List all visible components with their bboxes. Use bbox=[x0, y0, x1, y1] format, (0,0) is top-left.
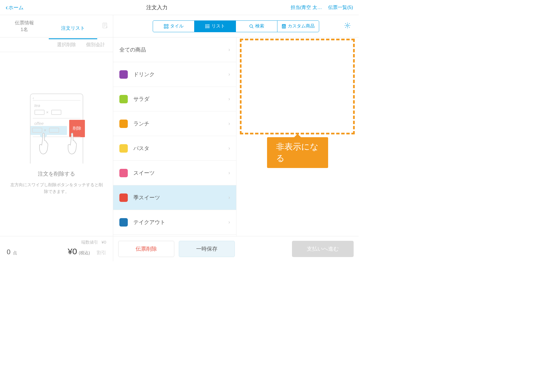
discount-button[interactable]: 割引 bbox=[97, 249, 106, 256]
category-swatch bbox=[119, 169, 128, 177]
svg-point-12 bbox=[283, 26, 283, 27]
staff-link[interactable]: 担当(青空 太… bbox=[291, 4, 322, 11]
sidebar-footer: 端数値引 ¥0 0 点 ¥0 (税込) 割引 bbox=[0, 236, 113, 261]
hint-title: 注文を削除する bbox=[38, 170, 75, 178]
svg-point-14 bbox=[284, 26, 285, 27]
list-icon bbox=[205, 24, 210, 29]
hint-description: 左方向にスワイプし削除ボタンをタッチすると削除できます。 bbox=[8, 181, 105, 195]
action-select-delete[interactable]: 選択削除 bbox=[57, 41, 76, 48]
detail-area: 非表示になる bbox=[236, 38, 359, 236]
page-title: 注文入力 bbox=[146, 4, 168, 11]
svg-rect-3 bbox=[167, 24, 168, 26]
back-button[interactable]: ‹ ホーム bbox=[6, 4, 24, 11]
category-label: ランチ bbox=[133, 120, 228, 127]
chevron-right-icon: › bbox=[228, 96, 230, 102]
category-item[interactable]: ランチ› bbox=[113, 111, 236, 136]
rounding-label: 端数値引 bbox=[81, 240, 98, 245]
main-panel: タイル リスト 検索 カスタム商品 bbox=[113, 15, 359, 261]
chevron-right-icon: › bbox=[228, 121, 230, 127]
tab-order-list[interactable]: 注文リスト bbox=[49, 21, 98, 39]
category-swatch bbox=[119, 193, 128, 202]
action-split-bill[interactable]: 個別会計 bbox=[86, 41, 105, 48]
category-label: サラダ bbox=[133, 95, 228, 103]
seg-tile[interactable]: タイル bbox=[153, 21, 194, 32]
svg-point-15 bbox=[283, 27, 283, 27]
annotation-label: 非表示になる bbox=[267, 137, 328, 168]
qty-unit: 点 bbox=[13, 250, 17, 255]
category-label: ドリンク bbox=[133, 71, 228, 78]
chevron-right-icon: › bbox=[228, 219, 230, 225]
category-item[interactable]: サラダ› bbox=[113, 87, 236, 111]
svg-point-7 bbox=[206, 26, 206, 27]
category-list: 全ての商品›ドリンク›サラダ›ランチ›パスタ›スイーツ›季スイーツ›テイクアウト… bbox=[113, 38, 236, 236]
category-label: 季スイーツ bbox=[133, 194, 228, 201]
svg-point-16 bbox=[284, 27, 284, 27]
svg-point-18 bbox=[347, 25, 348, 26]
category-item[interactable]: パスタ› bbox=[113, 136, 236, 161]
svg-rect-4 bbox=[164, 27, 166, 28]
category-label: 全ての商品 bbox=[119, 46, 228, 53]
chevron-right-icon: › bbox=[228, 145, 230, 151]
chevron-right-icon: › bbox=[228, 170, 230, 176]
annotation-hidden-area bbox=[240, 39, 355, 134]
note-icon[interactable] bbox=[97, 22, 113, 31]
grid-icon bbox=[164, 24, 168, 29]
svg-point-13 bbox=[284, 26, 284, 27]
gear-icon[interactable] bbox=[344, 22, 351, 31]
seg-custom[interactable]: カスタム商品 bbox=[277, 21, 319, 32]
temp-save-button[interactable]: 一時保存 bbox=[179, 241, 235, 257]
category-item[interactable]: テイクアウト› bbox=[113, 210, 236, 235]
category-label: テイクアウト bbox=[133, 219, 228, 226]
svg-point-8 bbox=[206, 27, 206, 28]
category-label: パスタ bbox=[133, 145, 228, 152]
chevron-left-icon: ‹ bbox=[6, 4, 8, 11]
svg-rect-5 bbox=[167, 27, 168, 28]
swipe-delete-illustration: ‹ tea × offee × 削除 bbox=[30, 94, 83, 164]
category-item[interactable]: 季スイーツ› bbox=[113, 185, 236, 210]
category-item[interactable]: ドリンク› bbox=[113, 62, 236, 87]
svg-rect-0 bbox=[103, 23, 107, 28]
qty-value: 0 bbox=[7, 248, 10, 256]
rounding-value: ¥0 bbox=[101, 240, 106, 244]
chevron-right-icon: › bbox=[228, 195, 230, 200]
receipts-link[interactable]: 伝票一覧(5) bbox=[328, 4, 353, 11]
category-item[interactable]: 全ての商品› bbox=[113, 38, 236, 62]
svg-point-9 bbox=[250, 25, 252, 27]
chevron-right-icon: › bbox=[228, 47, 230, 53]
search-icon bbox=[249, 24, 254, 29]
total-value: ¥0 bbox=[68, 247, 77, 256]
proceed-payment-button[interactable]: 支払いへ進む bbox=[292, 241, 354, 257]
svg-point-6 bbox=[206, 25, 206, 25]
category-item[interactable]: スイーツ› bbox=[113, 161, 236, 185]
category-swatch bbox=[119, 218, 128, 227]
chevron-right-icon: › bbox=[228, 71, 230, 77]
delete-receipt-button[interactable]: 伝票削除 bbox=[118, 241, 174, 257]
tax-label: (税込) bbox=[79, 250, 90, 256]
category-swatch bbox=[119, 95, 128, 103]
svg-rect-11 bbox=[283, 25, 285, 26]
seg-search[interactable]: 検索 bbox=[236, 21, 277, 32]
category-swatch bbox=[119, 70, 128, 79]
seg-list[interactable]: リスト bbox=[194, 21, 236, 32]
back-label: ホーム bbox=[8, 4, 24, 11]
calculator-icon bbox=[282, 24, 286, 29]
view-segment: タイル リスト 検索 カスタム商品 bbox=[153, 20, 319, 32]
category-swatch bbox=[119, 120, 128, 128]
svg-point-17 bbox=[284, 27, 285, 27]
sidebar: 伝票情報 1名 注文リスト 選択削除 個別会計 ‹ tea × bbox=[0, 15, 113, 261]
category-label: スイーツ bbox=[133, 169, 228, 177]
app-header: ‹ ホーム 注文入力 担当(青空 太… 伝票一覧(5) bbox=[0, 0, 359, 15]
category-swatch bbox=[119, 144, 128, 153]
tab-receipt-info[interactable]: 伝票情報 1名 bbox=[0, 16, 49, 37]
svg-rect-2 bbox=[164, 24, 166, 26]
